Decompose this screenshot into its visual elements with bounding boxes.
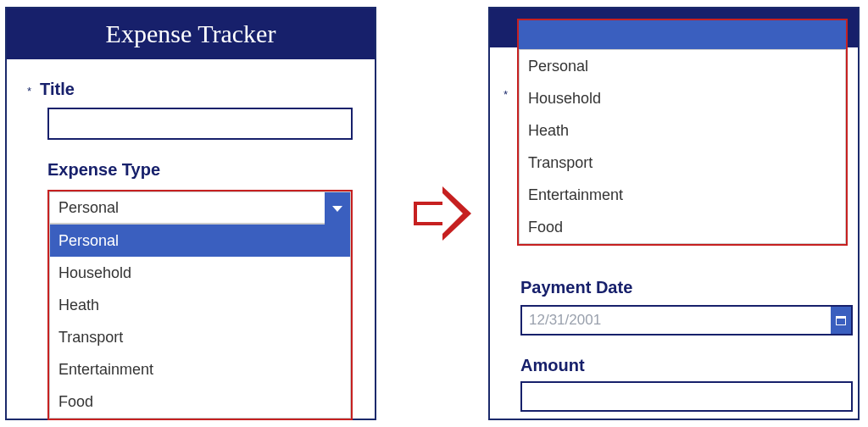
- expense-type-label: Expense Type: [47, 160, 358, 180]
- expense-type-option[interactable]: Personal: [50, 225, 350, 257]
- expense-type-option[interactable]: Transport: [50, 321, 350, 353]
- expense-type-option[interactable]: Heath: [520, 114, 845, 147]
- app-title: Expense Tracker: [7, 8, 375, 59]
- expense-tracker-panel-right: * Personal Household Heath Transport Ent…: [488, 7, 860, 420]
- title-input[interactable]: [47, 108, 353, 140]
- expense-type-option[interactable]: Household: [520, 82, 845, 114]
- expense-type-option[interactable]: Entertainment: [50, 353, 350, 385]
- expense-type-selected[interactable]: Personal: [49, 191, 351, 224]
- expense-type-option[interactable]: Personal: [520, 50, 845, 82]
- payment-date-placeholder: 12/31/2001: [529, 312, 601, 329]
- dropdown-toggle-button[interactable]: [325, 192, 350, 225]
- required-marker: *: [504, 88, 508, 101]
- expense-type-option-list: Personal Household Heath Transport Enter…: [49, 224, 351, 419]
- payment-date-input[interactable]: 12/31/2001: [520, 305, 853, 336]
- popup-selected-bar[interactable]: [519, 20, 846, 49]
- expense-type-dropdown[interactable]: Personal Personal Household Heath Transp…: [47, 190, 353, 420]
- expense-type-option[interactable]: Household: [50, 257, 350, 289]
- calendar-button[interactable]: [831, 307, 851, 334]
- expense-type-option[interactable]: Entertainment: [520, 179, 845, 211]
- amount-input[interactable]: [520, 381, 853, 412]
- expense-type-option-list: Personal Household Heath Transport Enter…: [519, 49, 846, 244]
- expense-type-option[interactable]: Food: [520, 211, 845, 243]
- chevron-down-icon: [332, 206, 342, 212]
- transition-arrow-icon: [414, 186, 473, 241]
- expense-type-option[interactable]: Transport: [520, 147, 845, 179]
- expense-type-popup: Personal Household Heath Transport Enter…: [517, 19, 848, 246]
- amount-label: Amount: [520, 356, 585, 375]
- expense-type-option[interactable]: Heath: [50, 289, 350, 321]
- expense-tracker-panel-left: Expense Tracker * Title Expense Type Per…: [5, 7, 376, 420]
- expense-type-selected-text: Personal: [58, 199, 119, 217]
- required-marker: *: [27, 85, 31, 97]
- expense-type-option[interactable]: Food: [50, 385, 350, 418]
- payment-date-label: Payment Date: [520, 278, 632, 297]
- title-label: Title: [40, 80, 75, 99]
- calendar-icon: [836, 316, 846, 325]
